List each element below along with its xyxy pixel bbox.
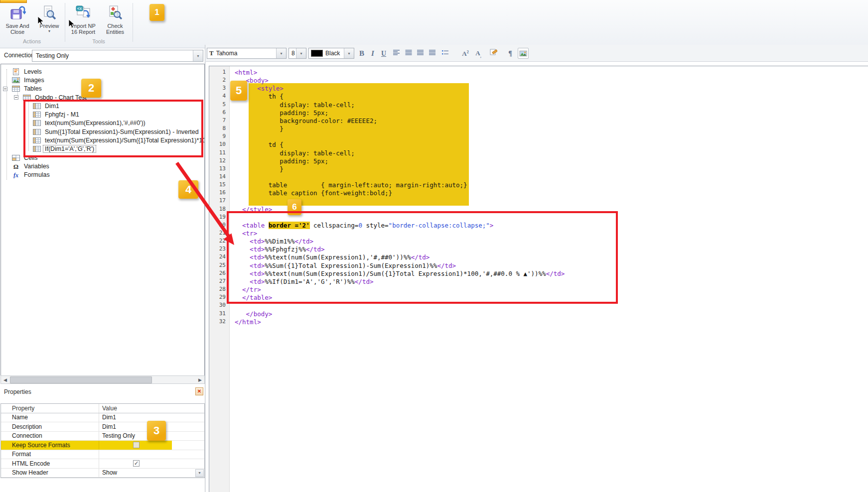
tree-item-label: Levels xyxy=(22,68,43,75)
scroll-left-icon[interactable]: ◀ xyxy=(1,376,9,383)
property-value[interactable]: Dim1 xyxy=(102,423,116,430)
underline-button[interactable]: U xyxy=(378,48,389,59)
tree-item-levels[interactable]: Levels xyxy=(1,67,204,76)
line-number: 7 xyxy=(211,117,226,123)
line-number: 1 xyxy=(211,69,226,75)
font-icon: T xyxy=(207,49,214,57)
tree-item-variables[interactable]: ΩVariables xyxy=(1,162,204,170)
tree-item-tables[interactable]: Tables xyxy=(1,85,204,93)
line-number: 11 xyxy=(211,149,226,156)
align-left-button[interactable] xyxy=(391,48,402,59)
italic-button[interactable]: I xyxy=(367,48,378,59)
font-size-value: 8 xyxy=(289,50,296,57)
line-number: 29 xyxy=(211,294,226,300)
collapse-icon[interactable] xyxy=(3,87,7,91)
line-number: 26 xyxy=(211,270,226,276)
connection-dropdown[interactable]: Testing Only ▾ xyxy=(32,50,203,62)
code-line-10: td { xyxy=(235,141,284,148)
align-right-button[interactable] xyxy=(415,48,426,59)
line-number: 30 xyxy=(211,302,226,308)
clear-format-icon xyxy=(489,49,497,58)
line-number: 20 xyxy=(211,222,226,228)
property-name: HTML Encode xyxy=(1,460,99,467)
italic-icon: I xyxy=(371,49,374,58)
property-row-html-encode: HTML Encode✓ xyxy=(1,459,204,469)
chevron-down-icon[interactable]: ▾ xyxy=(344,48,354,58)
chevron-down-icon[interactable]: ▾ xyxy=(195,469,204,477)
line-number: 24 xyxy=(211,253,226,260)
code-line-15: table { margin-left:auto; margin-right:a… xyxy=(235,181,467,189)
collapse-icon[interactable] xyxy=(14,95,18,100)
annotation-rect-tree-fields xyxy=(23,100,203,157)
line-number: 17 xyxy=(211,197,226,204)
save-icon xyxy=(9,4,26,21)
line-number: 15 xyxy=(211,181,226,188)
bold-button[interactable]: B xyxy=(356,48,367,59)
code-line-5: display: table-cell; xyxy=(235,101,355,109)
line-number: 16 xyxy=(211,189,226,196)
font-size-dropdown[interactable]: 8 ▾ xyxy=(289,48,306,59)
subscript-button[interactable]: A, xyxy=(473,48,484,59)
tree-horizontal-scrollbar[interactable]: ◀ ▶ xyxy=(0,375,205,384)
font-name-value: Tahoma xyxy=(214,50,276,57)
unchecked-checkbox[interactable] xyxy=(133,442,140,448)
tree-item-images[interactable]: Images xyxy=(1,76,204,84)
justify-button[interactable] xyxy=(427,48,438,59)
column-header-value: Value xyxy=(99,404,204,413)
panel-divider[interactable] xyxy=(205,45,206,492)
checked-checkbox[interactable]: ✓ xyxy=(133,460,140,467)
chevron-down-icon[interactable]: ▾ xyxy=(193,50,203,61)
line-number: 3 xyxy=(211,85,226,91)
font-name-dropdown[interactable]: T Tahoma ▾ xyxy=(207,48,287,59)
save-and-close-button[interactable]: Save AndClose xyxy=(3,2,32,35)
import-icon: <x xyxy=(75,4,92,21)
mouse-cursor-icon xyxy=(68,19,76,29)
property-value[interactable]: Testing Only xyxy=(102,432,135,439)
superscript-button[interactable]: A2 xyxy=(460,48,471,59)
font-color-dropdown[interactable]: Black ▾ xyxy=(308,48,354,59)
connection-value: Testing Only xyxy=(32,52,193,59)
superscript-icon: A2 xyxy=(462,49,468,58)
chevron-down-icon[interactable]: ▾ xyxy=(48,29,50,33)
line-number: 5 xyxy=(211,101,226,108)
property-value[interactable]: Dim1 xyxy=(102,414,116,421)
justify-icon xyxy=(429,49,436,58)
variables-icon: Ω xyxy=(12,163,20,170)
line-number: 31 xyxy=(211,310,226,317)
group-separator xyxy=(65,3,65,42)
line-number: 27 xyxy=(211,278,226,284)
code-line-8: } xyxy=(235,125,284,132)
code-line-11: display: table-cell; xyxy=(235,149,355,157)
tree-item-label: Images xyxy=(22,77,46,84)
line-number: 28 xyxy=(211,286,226,292)
property-row-show-header: Show HeaderShow▾ xyxy=(1,469,204,478)
tree-item-formulas[interactable]: fxFormulas xyxy=(1,171,204,179)
line-number: 25 xyxy=(211,262,226,268)
pilcrow-button[interactable]: ¶ xyxy=(505,48,516,59)
check-entities-button[interactable]: CheckEntities xyxy=(101,2,130,35)
properties-panel-title: Properties xyxy=(4,388,31,395)
align-center-button[interactable] xyxy=(403,48,414,59)
scroll-right-icon[interactable]: ▶ xyxy=(196,376,204,383)
property-name: Show Header xyxy=(1,469,99,476)
group-separator xyxy=(133,3,133,42)
annotation-rect-table-code xyxy=(227,211,618,304)
line-number: 8 xyxy=(211,125,226,131)
chevron-down-icon[interactable]: ▾ xyxy=(296,48,306,58)
code-line-12: padding: 5px; xyxy=(235,157,328,165)
property-row-keep-source-formats: Keep Source Formats xyxy=(1,441,204,450)
property-value[interactable]: Show xyxy=(102,469,117,476)
line-number: 22 xyxy=(211,238,226,244)
chevron-down-icon[interactable]: ▾ xyxy=(276,48,286,58)
insert-image-button[interactable] xyxy=(518,48,529,59)
button-label: CheckEntities xyxy=(106,23,124,35)
annotation-badge-2: 2 xyxy=(81,79,101,98)
clear-format-button[interactable] xyxy=(488,48,499,59)
close-icon[interactable]: ✕ xyxy=(195,387,203,395)
button-label: Save AndClose xyxy=(5,23,29,35)
annotation-badge-3: 3 xyxy=(147,421,166,441)
import-np16-button[interactable]: <xImport NP16 Report xyxy=(69,2,98,35)
formulas-icon: fx xyxy=(12,171,20,178)
bullet-list-button[interactable] xyxy=(440,48,451,59)
scrollbar-thumb[interactable] xyxy=(10,376,152,383)
